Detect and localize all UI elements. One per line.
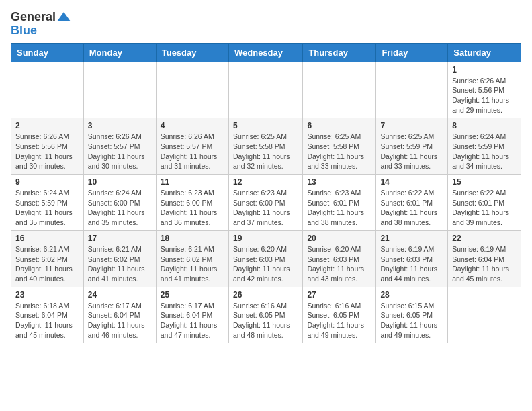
- calendar-cell: 16Sunrise: 6:21 AMSunset: 6:02 PMDayligh…: [11, 230, 84, 287]
- weekday-header-friday: Friday: [376, 43, 448, 62]
- calendar-cell: [83, 62, 156, 118]
- day-number: 10: [88, 177, 152, 187]
- calendar-table: SundayMondayTuesdayWednesdayThursdayFrid…: [11, 43, 521, 344]
- calendar-week-row: 23Sunrise: 6:18 AMSunset: 6:04 PMDayligh…: [11, 287, 521, 343]
- calendar-cell: [11, 62, 84, 118]
- day-number: 8: [452, 121, 517, 130]
- day-number: 24: [88, 290, 152, 300]
- day-info: Sunrise: 6:22 AMSunset: 6:01 PMDaylight:…: [452, 188, 517, 228]
- day-number: 11: [161, 177, 224, 187]
- day-info: Sunrise: 6:16 AMSunset: 6:05 PMDaylight:…: [233, 301, 298, 340]
- day-info: Sunrise: 6:26 AMSunset: 5:57 PMDaylight:…: [88, 132, 152, 171]
- calendar-cell: 12Sunrise: 6:23 AMSunset: 6:00 PMDayligh…: [228, 175, 302, 231]
- day-number: 6: [307, 121, 371, 130]
- calendar-cell: 26Sunrise: 6:16 AMSunset: 6:05 PMDayligh…: [228, 287, 302, 343]
- logo-blue: Blue: [11, 24, 71, 38]
- calendar-week-row: 1Sunrise: 6:26 AMSunset: 5:56 PMDaylight…: [11, 62, 521, 118]
- weekday-header-monday: Monday: [83, 43, 156, 62]
- day-number: 13: [307, 177, 371, 187]
- weekday-header-row: SundayMondayTuesdayWednesdayThursdayFrid…: [11, 43, 521, 62]
- day-number: 4: [161, 121, 224, 130]
- day-number: 5: [233, 121, 298, 130]
- day-number: 2: [15, 121, 79, 130]
- calendar-cell: 3Sunrise: 6:26 AMSunset: 5:57 PMDaylight…: [83, 118, 156, 175]
- day-number: 28: [380, 290, 443, 300]
- day-number: 12: [233, 177, 298, 187]
- calendar-cell: 4Sunrise: 6:26 AMSunset: 5:57 PMDaylight…: [156, 118, 228, 175]
- weekday-header-thursday: Thursday: [303, 43, 376, 62]
- day-number: 3: [88, 121, 152, 130]
- calendar-week-row: 16Sunrise: 6:21 AMSunset: 6:02 PMDayligh…: [11, 230, 521, 287]
- day-number: 15: [452, 177, 517, 187]
- calendar-cell: 5Sunrise: 6:25 AMSunset: 5:58 PMDaylight…: [228, 118, 302, 175]
- calendar-cell: 24Sunrise: 6:17 AMSunset: 6:04 PMDayligh…: [83, 287, 156, 343]
- logo-general: General: [11, 11, 56, 24]
- calendar-cell: 27Sunrise: 6:16 AMSunset: 6:05 PMDayligh…: [303, 287, 376, 343]
- day-info: Sunrise: 6:19 AMSunset: 6:03 PMDaylight:…: [380, 244, 443, 284]
- day-info: Sunrise: 6:23 AMSunset: 6:01 PMDaylight:…: [307, 188, 371, 228]
- day-info: Sunrise: 6:20 AMSunset: 6:03 PMDaylight:…: [233, 244, 298, 284]
- day-number: 21: [380, 234, 443, 243]
- calendar-cell: 2Sunrise: 6:26 AMSunset: 5:56 PMDaylight…: [11, 118, 84, 175]
- day-number: 23: [15, 290, 79, 300]
- calendar-cell: 15Sunrise: 6:22 AMSunset: 6:01 PMDayligh…: [448, 175, 521, 231]
- calendar-cell: 11Sunrise: 6:23 AMSunset: 6:00 PMDayligh…: [156, 175, 228, 231]
- weekday-header-wednesday: Wednesday: [228, 43, 302, 62]
- page-header: GeneralBlue: [11, 11, 521, 38]
- calendar-cell: 23Sunrise: 6:18 AMSunset: 6:04 PMDayligh…: [11, 287, 84, 343]
- day-info: Sunrise: 6:16 AMSunset: 6:05 PMDaylight:…: [307, 301, 371, 340]
- day-info: Sunrise: 6:18 AMSunset: 6:04 PMDaylight:…: [15, 301, 79, 340]
- calendar-cell: [448, 287, 521, 343]
- day-number: 19: [233, 234, 298, 243]
- day-info: Sunrise: 6:26 AMSunset: 5:56 PMDaylight:…: [15, 132, 79, 171]
- calendar-cell: 20Sunrise: 6:20 AMSunset: 6:03 PMDayligh…: [303, 230, 376, 287]
- day-number: 16: [15, 234, 79, 243]
- day-number: 25: [161, 290, 224, 300]
- day-number: 17: [88, 234, 152, 243]
- day-info: Sunrise: 6:24 AMSunset: 6:00 PMDaylight:…: [88, 188, 152, 228]
- calendar-cell: 19Sunrise: 6:20 AMSunset: 6:03 PMDayligh…: [228, 230, 302, 287]
- day-number: 18: [161, 234, 224, 243]
- calendar-cell: 8Sunrise: 6:24 AMSunset: 5:59 PMDaylight…: [448, 118, 521, 175]
- calendar-cell: 28Sunrise: 6:15 AMSunset: 6:05 PMDayligh…: [376, 287, 448, 343]
- calendar-cell: 14Sunrise: 6:22 AMSunset: 6:01 PMDayligh…: [376, 175, 448, 231]
- calendar-cell: 22Sunrise: 6:19 AMSunset: 6:04 PMDayligh…: [448, 230, 521, 287]
- day-info: Sunrise: 6:23 AMSunset: 6:00 PMDaylight:…: [161, 188, 224, 228]
- day-info: Sunrise: 6:26 AMSunset: 5:57 PMDaylight:…: [161, 132, 224, 171]
- day-info: Sunrise: 6:15 AMSunset: 6:05 PMDaylight:…: [380, 301, 443, 340]
- day-number: 7: [380, 121, 443, 130]
- day-number: 27: [307, 290, 371, 300]
- svg-marker-0: [57, 12, 71, 21]
- calendar-cell: 1Sunrise: 6:26 AMSunset: 5:56 PMDaylight…: [448, 62, 521, 118]
- weekday-header-sunday: Sunday: [11, 43, 84, 62]
- day-info: Sunrise: 6:21 AMSunset: 6:02 PMDaylight:…: [161, 244, 224, 284]
- day-info: Sunrise: 6:26 AMSunset: 5:56 PMDaylight:…: [452, 76, 517, 116]
- calendar-cell: 18Sunrise: 6:21 AMSunset: 6:02 PMDayligh…: [156, 230, 228, 287]
- day-info: Sunrise: 6:24 AMSunset: 5:59 PMDaylight:…: [15, 188, 79, 228]
- calendar-cell: [303, 62, 376, 118]
- day-number: 26: [233, 290, 298, 300]
- day-info: Sunrise: 6:25 AMSunset: 5:58 PMDaylight:…: [233, 132, 298, 171]
- day-info: Sunrise: 6:17 AMSunset: 6:04 PMDaylight:…: [88, 301, 152, 340]
- logo-triangle-icon: [57, 12, 71, 23]
- calendar-cell: 13Sunrise: 6:23 AMSunset: 6:01 PMDayligh…: [303, 175, 376, 231]
- calendar-cell: 9Sunrise: 6:24 AMSunset: 5:59 PMDaylight…: [11, 175, 84, 231]
- day-number: 22: [452, 234, 517, 243]
- calendar-cell: [156, 62, 228, 118]
- calendar-cell: 10Sunrise: 6:24 AMSunset: 6:00 PMDayligh…: [83, 175, 156, 231]
- day-info: Sunrise: 6:22 AMSunset: 6:01 PMDaylight:…: [380, 188, 443, 228]
- calendar-cell: [376, 62, 448, 118]
- day-info: Sunrise: 6:24 AMSunset: 5:59 PMDaylight:…: [452, 132, 517, 171]
- day-number: 1: [452, 65, 517, 75]
- calendar-cell: 6Sunrise: 6:25 AMSunset: 5:58 PMDaylight…: [303, 118, 376, 175]
- day-number: 9: [15, 177, 79, 187]
- day-info: Sunrise: 6:21 AMSunset: 6:02 PMDaylight:…: [88, 244, 152, 284]
- weekday-header-tuesday: Tuesday: [156, 43, 228, 62]
- calendar-week-row: 9Sunrise: 6:24 AMSunset: 5:59 PMDaylight…: [11, 175, 521, 231]
- day-info: Sunrise: 6:21 AMSunset: 6:02 PMDaylight:…: [15, 244, 79, 284]
- calendar-cell: 21Sunrise: 6:19 AMSunset: 6:03 PMDayligh…: [376, 230, 448, 287]
- day-info: Sunrise: 6:19 AMSunset: 6:04 PMDaylight:…: [452, 244, 517, 284]
- calendar-cell: [228, 62, 302, 118]
- day-info: Sunrise: 6:20 AMSunset: 6:03 PMDaylight:…: [307, 244, 371, 284]
- day-info: Sunrise: 6:17 AMSunset: 6:04 PMDaylight:…: [161, 301, 224, 340]
